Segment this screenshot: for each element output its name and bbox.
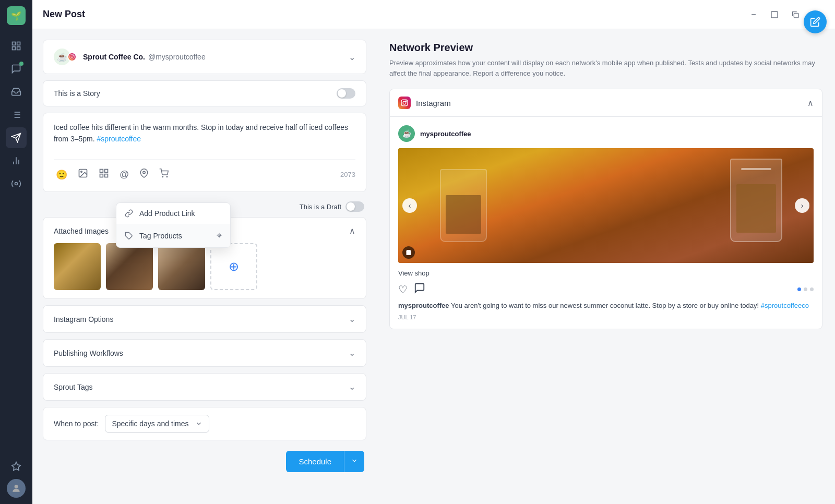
messages-badge bbox=[19, 62, 23, 66]
image-thumb-3[interactable] bbox=[158, 243, 205, 290]
dot-2 bbox=[804, 287, 807, 291]
svg-rect-0 bbox=[13, 42, 16, 45]
preview-account-row: ☕ mysproutcoffee bbox=[398, 125, 814, 142]
svg-point-21 bbox=[71, 56, 73, 58]
cup-ice bbox=[741, 168, 771, 170]
next-image-button[interactable]: › bbox=[795, 198, 809, 213]
coffee-preview-image bbox=[398, 148, 814, 263]
sidebar-item-reports[interactable] bbox=[6, 150, 27, 171]
instagram-icon bbox=[398, 97, 411, 109]
svg-rect-28 bbox=[100, 174, 103, 177]
draft-label: This is a Draft bbox=[300, 203, 341, 211]
svg-point-15 bbox=[15, 183, 18, 185]
svg-rect-27 bbox=[105, 174, 108, 177]
image-icon[interactable] bbox=[76, 166, 90, 183]
grid-icon[interactable] bbox=[97, 166, 111, 183]
post-hashtag[interactable]: #sproutcoffee bbox=[97, 135, 141, 143]
cart-icon[interactable] bbox=[157, 166, 171, 183]
story-label: This is a Story bbox=[54, 89, 100, 98]
svg-point-35 bbox=[405, 101, 407, 102]
main-area: New Post − ✕ ☕ bbox=[32, 0, 835, 504]
publishing-workflows-section[interactable]: Publishing Workflows ⌄ bbox=[43, 339, 366, 367]
sidebar-item-automation[interactable] bbox=[6, 173, 27, 194]
network-header: Instagram ∧ bbox=[390, 89, 822, 117]
nav-logo[interactable]: 🌱 bbox=[7, 6, 26, 25]
comment-icon[interactable] bbox=[414, 282, 425, 296]
add-product-link-item[interactable]: Add Product Link bbox=[116, 203, 230, 224]
add-image-button[interactable]: ⊕ bbox=[210, 243, 257, 290]
location-icon[interactable] bbox=[137, 166, 151, 183]
schedule-dropdown-button[interactable] bbox=[344, 451, 364, 472]
story-toggle[interactable] bbox=[337, 88, 355, 99]
images-grid: ⊕ bbox=[54, 243, 355, 290]
svg-point-17 bbox=[15, 485, 18, 488]
composer-toolbar: 🙂 @ 2073 bbox=[54, 159, 355, 183]
preview-image-bg bbox=[398, 148, 814, 263]
sprout-tags-section[interactable]: Sprout Tags ⌄ bbox=[43, 373, 366, 401]
preview-username: mysproutcoffee bbox=[420, 130, 471, 138]
network-name: Instagram bbox=[416, 99, 451, 107]
emoji-icon[interactable]: 🙂 bbox=[54, 167, 69, 183]
when-to-post-select[interactable]: Specific days and times bbox=[105, 415, 209, 433]
logo-icon: 🌱 bbox=[11, 11, 21, 21]
dot-3 bbox=[810, 287, 814, 291]
image-thumb-1[interactable] bbox=[54, 243, 101, 290]
sprout-tags-title: Sprout Tags bbox=[54, 383, 92, 391]
user-avatar[interactable] bbox=[7, 479, 26, 498]
sidebar-item-inbox[interactable] bbox=[6, 81, 27, 102]
sidebar-item-reviews[interactable] bbox=[6, 456, 27, 477]
cup-2-liquid bbox=[446, 195, 482, 234]
tag-icon bbox=[125, 232, 133, 240]
images-chevron-icon: ∧ bbox=[349, 226, 355, 236]
compose-fab-icon bbox=[810, 17, 820, 27]
draft-toggle[interactable] bbox=[345, 201, 364, 212]
preview-avatar: ☕ bbox=[398, 125, 415, 142]
sidebar-item-publishing[interactable] bbox=[6, 104, 27, 125]
post-text-content[interactable]: Iced coffee hits different in the warm m… bbox=[54, 122, 355, 153]
toggle-knob bbox=[338, 89, 346, 98]
svg-rect-20 bbox=[70, 55, 74, 59]
view-shop-link[interactable]: View shop bbox=[398, 269, 814, 277]
network-collapse-icon[interactable]: ∧ bbox=[807, 98, 814, 108]
mention-icon[interactable]: @ bbox=[117, 167, 131, 182]
prev-image-button[interactable]: ‹ bbox=[402, 198, 417, 213]
instagram-network-icon bbox=[67, 52, 77, 62]
add-product-link-label: Add Product Link bbox=[139, 209, 195, 218]
shop-badge-icon bbox=[402, 246, 415, 259]
network-label: Instagram bbox=[398, 97, 451, 109]
like-icon[interactable]: ♡ bbox=[398, 283, 408, 296]
image-thumb-2[interactable] bbox=[106, 243, 153, 290]
new-window-icon bbox=[791, 10, 800, 19]
svg-point-30 bbox=[162, 176, 163, 177]
svg-rect-26 bbox=[105, 170, 108, 173]
preview-image-container: ‹ › bbox=[398, 148, 814, 263]
preview-caption-username: mysproutcoffee bbox=[398, 302, 449, 309]
preview-caption-hashtag[interactable]: #sproutcoffeeco bbox=[761, 302, 809, 309]
schedule-button[interactable]: Schedule bbox=[286, 451, 344, 472]
image-dots bbox=[797, 287, 814, 291]
minimize-button[interactable]: − bbox=[745, 6, 762, 23]
svg-rect-2 bbox=[17, 47, 20, 50]
instagram-options-title: Instagram Options bbox=[54, 315, 113, 323]
instagram-options-section[interactable]: Instagram Options ⌄ bbox=[43, 305, 366, 333]
account-selector[interactable]: ☕ Sprout Coffee Co. @mysproutcoffee ⌄ bbox=[43, 40, 366, 74]
images-card-title: Attached Images bbox=[54, 227, 109, 235]
svg-rect-19 bbox=[794, 13, 798, 18]
tag-products-item[interactable]: Tag Products ⌖ bbox=[116, 224, 230, 247]
tag-products-label: Tag Products bbox=[139, 232, 182, 240]
sidebar-navigation: 🌱 bbox=[0, 0, 32, 504]
sidebar-item-messages[interactable] bbox=[6, 58, 27, 79]
compose-fab-button[interactable] bbox=[804, 10, 827, 33]
expand-button[interactable] bbox=[766, 6, 783, 23]
publishing-workflows-title: Publishing Workflows bbox=[54, 349, 123, 357]
char-count: 2073 bbox=[340, 171, 355, 178]
sidebar-item-compose[interactable] bbox=[6, 127, 27, 148]
new-window-button[interactable] bbox=[787, 6, 804, 23]
topbar: New Post − ✕ bbox=[32, 0, 835, 29]
sprout-tags-chevron: ⌄ bbox=[349, 382, 355, 392]
sidebar-item-analytics[interactable] bbox=[6, 35, 27, 56]
publishing-workflows-chevron: ⌄ bbox=[349, 348, 355, 358]
preview-panel: Network Preview Preview approximates how… bbox=[377, 29, 835, 504]
preview-subtitle: Preview approximates how your content wi… bbox=[389, 58, 822, 78]
svg-point-29 bbox=[143, 171, 146, 174]
